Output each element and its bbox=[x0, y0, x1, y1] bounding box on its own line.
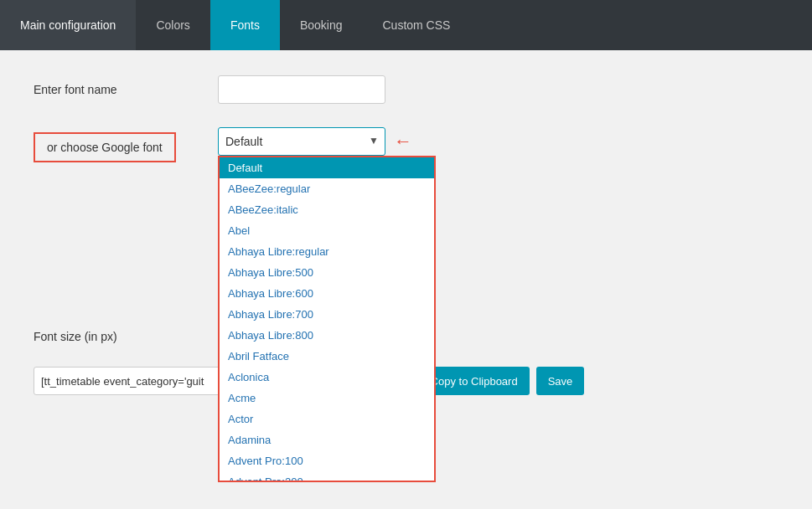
nav-item-custom-css[interactable]: Custom CSS bbox=[362, 0, 470, 50]
save-button[interactable]: Save bbox=[536, 367, 585, 395]
enter-font-name-row: Enter font name bbox=[34, 75, 778, 104]
list-item[interactable]: Abhaya Libre:600 bbox=[220, 283, 434, 304]
list-item[interactable]: ABeeZee:italic bbox=[220, 199, 434, 220]
list-item[interactable]: Adamina bbox=[220, 429, 434, 450]
list-item[interactable]: Aclonica bbox=[220, 367, 434, 388]
list-item[interactable]: Abhaya Libre:700 bbox=[220, 304, 434, 325]
dropdown-list-panel: DefaultABeeZee:regularABeeZee:italicAbel… bbox=[218, 156, 436, 482]
list-item[interactable]: Advent Pro:100 bbox=[220, 450, 434, 471]
list-item[interactable]: Abril Fatface bbox=[220, 346, 434, 367]
enter-font-name-label: Enter font name bbox=[34, 83, 218, 96]
google-font-select[interactable]: DefaultABeeZee:regularABeeZee:italicAbel… bbox=[218, 127, 385, 156]
arrow-left-icon: ← bbox=[394, 132, 412, 151]
list-item[interactable]: Advent Pro:200 bbox=[220, 471, 434, 481]
google-font-label-wrap: or choose Google font bbox=[34, 132, 218, 162]
list-item[interactable]: Abhaya Libre:regular bbox=[220, 241, 434, 262]
google-font-dropdown-wrap: DefaultABeeZee:regularABeeZee:italicAbel… bbox=[218, 127, 412, 156]
list-item[interactable]: Abhaya Libre:500 bbox=[220, 262, 434, 283]
list-item[interactable]: ABeeZee:regular bbox=[220, 178, 434, 199]
main-content: Enter font name or choose Google font De… bbox=[0, 50, 812, 420]
top-nav: Main configurationColorsFontsBookingCust… bbox=[0, 0, 812, 50]
list-item[interactable]: Default bbox=[220, 157, 434, 178]
list-item[interactable]: Acme bbox=[220, 388, 434, 409]
dropdown-list[interactable]: DefaultABeeZee:regularABeeZee:italicAbel… bbox=[220, 157, 434, 481]
font-size-label: Font size (in px) bbox=[34, 330, 218, 343]
list-item[interactable]: Abel bbox=[220, 220, 434, 241]
list-item[interactable]: Abhaya Libre:800 bbox=[220, 325, 434, 346]
enter-font-name-wrap bbox=[218, 75, 385, 104]
font-name-input[interactable] bbox=[218, 75, 385, 104]
list-item[interactable]: Actor bbox=[220, 409, 434, 429]
google-font-label-box: or choose Google font bbox=[34, 132, 176, 162]
google-font-row: or choose Google font DefaultABeeZee:reg… bbox=[34, 127, 778, 162]
nav-item-colors[interactable]: Colors bbox=[136, 0, 209, 50]
nav-item-booking[interactable]: Booking bbox=[280, 0, 363, 50]
nav-item-main-configuration[interactable]: Main configuration bbox=[0, 0, 136, 50]
nav-item-fonts[interactable]: Fonts bbox=[210, 0, 280, 50]
